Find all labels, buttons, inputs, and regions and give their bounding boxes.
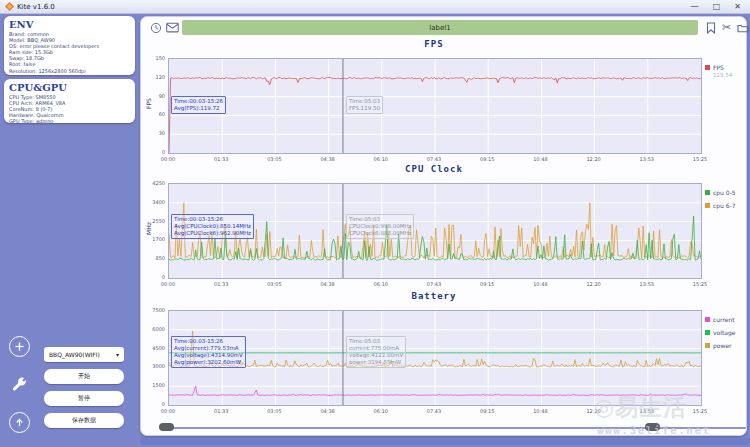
env-panel: ENV Brand: commonModel: BBQ_AW90OS: erro… [4,16,135,75]
label-bar-text: label1 [429,24,450,32]
legend-item[interactable]: power [705,342,732,349]
cursor-tooltip: Time:05:03FPS:119.50 [346,96,383,114]
cpu-gpu-panel-title: CPU&GPU [9,82,130,93]
folder-icon [737,23,749,33]
x-tick-label: 10:48 [526,281,554,287]
close-button[interactable]: ✕ [734,3,741,11]
save-data-button[interactable]: 保存数据 [44,413,124,428]
x-tick-label: 09:15 [473,281,501,287]
x-tick-label: 04:38 [314,408,342,414]
avg-tooltip: Time:00:03-15:26Avg(current):779.53mAAvg… [171,336,246,368]
legend-swatch [705,317,710,322]
message-button[interactable] [166,21,179,34]
env-panel-title: ENV [9,19,130,30]
legend-item[interactable]: cpu 6-7 [705,202,736,209]
y-tick-label: 6000 [139,326,165,332]
plus-icon [14,341,25,352]
cut-button[interactable]: ✂ [720,21,733,34]
wrench-icon [11,376,28,393]
x-tick-label: 15:25 [686,408,714,414]
y-tick-label: 30 [139,130,165,136]
legend-swatch [705,190,710,195]
avg-tooltip: Time:00:03-15:26Avg(CPUClock0):850.14MHz… [171,214,254,239]
y-tick-label: 7500 [139,307,165,313]
upload-button[interactable] [9,412,30,433]
x-tick-label: 00:00 [154,156,182,162]
x-tick-label: 00:00 [154,281,182,287]
plot-area[interactable] [168,58,702,154]
y-tick-label: 850 [139,255,165,261]
y-tick-label: 1700 [139,236,165,242]
x-tick-label: 01:33 [207,281,235,287]
add-device-button[interactable] [9,336,30,357]
y-tick-label: 0 [139,149,165,155]
cursor-tooltip: Time:05:03current:775.00mAvoltage:4122.0… [346,336,406,368]
pause-button[interactable]: 暂停 [44,391,124,406]
folder-button[interactable] [736,21,749,34]
tooltip-line: Avg(current):779.53mA [174,345,243,352]
y-tick-label: 90 [139,93,165,99]
tooltip-line: Time:00:03-15:26 [174,338,243,345]
tooltip-line: Time:05:03 [349,216,412,223]
y-tick-label: 2550 [139,218,165,224]
legend-label: cpu 0-5 [713,189,736,196]
y-tick-label: 0 [139,401,165,407]
x-tick-label: 06:10 [367,408,395,414]
legend-swatch [705,203,710,208]
cpu-gpu-line: GPU Type: adreno [9,118,130,123]
mail-icon [166,22,179,33]
x-tick-label: 12:20 [580,281,608,287]
history-button[interactable] [149,21,162,34]
tooltip-line: FPS:119.50 [349,105,380,112]
chart-canvas [169,59,701,153]
x-tick-label: 00:00 [154,408,182,414]
window-controls: — □ ✕ [691,3,745,11]
y-tick-label: 0 [139,274,165,280]
title-bar: Kite v1.6.0 — □ ✕ [0,0,750,14]
y-tick-label: 3000 [139,363,165,369]
tooltip-line: current:775.00mA [349,345,403,352]
window-title: Kite v1.6.0 [17,3,55,11]
legend-item[interactable]: voltage [705,329,735,336]
watermark-url: www.3elife.net [597,424,711,437]
tooltip-line: CPUClock0:998.00MHz [349,223,412,230]
legend-item[interactable]: cpu 0-5 [705,189,736,196]
legend-item[interactable]: FPS [705,64,724,71]
legend-item[interactable]: current [705,316,735,323]
x-tick-label: 07:43 [420,156,448,162]
env-panel-lines: Brand: commonModel: BBQ_AW90OS: error pl… [9,31,130,74]
settings-button[interactable] [9,374,30,395]
x-tick-label: 07:43 [420,408,448,414]
x-tick-label: 15:25 [686,156,714,162]
legend-swatch [705,65,710,70]
x-tick-label: 13:53 [633,156,661,162]
minimize-button[interactable]: — [691,3,699,11]
x-tick-label: 10:48 [526,408,554,414]
label-bar[interactable]: label1 [182,20,698,35]
x-tick-label: 13:53 [633,281,661,287]
tooltip-line: CPUClock6:883.00MHz [349,230,412,237]
legend-label: FPS [713,64,724,71]
x-tick-label: 15:25 [686,281,714,287]
x-tick-label: 09:15 [473,408,501,414]
clock-icon [150,22,162,34]
maximize-button[interactable]: □ [713,3,721,11]
y-tick-label: 4500 [139,345,165,351]
x-tick-label: 06:10 [367,281,395,287]
tooltip-line: Avg(CPUClock6):962.90MHz [174,230,251,237]
legend-swatch [705,330,710,335]
start-button[interactable]: 开始 [44,369,124,384]
tooltip-line: power:3194.55mW [349,359,403,366]
legend-label: power [713,342,732,349]
legend-label: current [713,316,735,323]
tooltip-line: Avg(voltage):4314.90mV [174,352,243,359]
tooltip-line: voltage:4122.00mV [349,352,403,359]
x-tick-label: 01:33 [207,408,235,414]
chart-title: Battery [168,291,700,301]
bookmark-button[interactable] [704,21,717,34]
cpu-gpu-panel: CPU&GPU CPU Type: SM8550CPU Arch: ARM64_… [4,79,135,123]
x-tick-label: 07:43 [420,281,448,287]
device-dropdown[interactable]: BBQ_AW90(WIFI) ▾ [44,347,124,362]
bottom-scrollbar[interactable] [140,438,750,445]
time-range-handle-left[interactable] [159,423,174,431]
